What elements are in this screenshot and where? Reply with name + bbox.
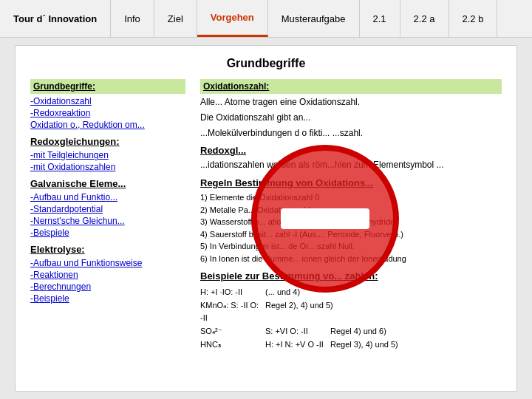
example-rule-2: Regel 2), 4) und 5) xyxy=(265,299,333,325)
link-redoxreaktion[interactable]: -Redoxreaktion xyxy=(30,108,185,118)
redoxgleichungen-header: Redoxgleichungen: xyxy=(30,136,185,147)
link-aufbau-galvanisch[interactable]: -Aufbau und Funktio... xyxy=(30,192,185,202)
link-oxidationszahl[interactable]: -Oxidationszahl xyxy=(30,96,185,106)
rule-3: 3) Wasserstoff b... ationszahl +1 (Aus..… xyxy=(200,216,502,228)
nav-label-ziel: Ziel xyxy=(168,13,183,24)
galvanische-header: Galvanische Eleme... xyxy=(30,178,185,189)
link-standardpotential[interactable]: -Standardpotential xyxy=(30,204,185,214)
rules-list: 1) Elemente die Oxidationszahl 0 2) Meta… xyxy=(200,191,502,265)
example-ox-4: H: +I N: +V O -II xyxy=(265,338,324,352)
nav-label-info: Info xyxy=(124,13,140,24)
example-mol-2: KMnO₄: S: -II O: -II xyxy=(200,299,259,325)
nav-item-2-2b[interactable]: 2.2 b xyxy=(449,0,498,37)
rule-5: 5) In Verbindungen ist... de Or... szahl… xyxy=(200,240,502,253)
example-rule-4: Regel 3), 4) und 5) xyxy=(330,338,398,352)
nav-item-2-1[interactable]: 2.1 xyxy=(360,0,400,37)
nav-label-musteraufgabe: Musteraufgabe xyxy=(282,13,346,24)
nav-label-2-1: 2.1 xyxy=(373,13,386,24)
nav-label-2-2a: 2.2 a xyxy=(414,13,435,24)
link-mit-oxidationszahlen[interactable]: -mit Oxidationszahlen xyxy=(30,162,185,172)
left-section-header: Grundbegriffe: xyxy=(30,79,185,94)
right-text-1: Alle... Atome tragen eine Oxidationszahl… xyxy=(200,96,502,109)
rule-4: 4) Sauerstoff besit... zahl -I (Aus...: … xyxy=(200,228,502,241)
nav-label-vorgehen: Vorgehen xyxy=(211,12,254,23)
rule-2: 2) Metalle Pa... Oxidationszahlen xyxy=(200,204,502,216)
example-row-1: H: +I ·IO: -II (... und 4) xyxy=(200,286,502,299)
example-ox-3: S: +VI O: -II xyxy=(265,325,324,338)
rule-6: 6) In Ionen ist die Summe... ionen gleic… xyxy=(200,253,502,265)
rule-1: 1) Elemente die Oxidationszahl 0 xyxy=(200,191,502,204)
rules-header: Regeln Bestimmung von Oxidations... xyxy=(200,177,502,188)
right-section-header: Oxidationszahl: xyxy=(200,79,502,94)
nav-item-vorgehen[interactable]: Vorgehen xyxy=(197,0,268,37)
example-row-2: KMnO₄: S: -II O: -II Regel 2), 4) und 5) xyxy=(200,299,502,325)
nav-label-2-2b: 2.2 b xyxy=(463,13,484,24)
example-rule-1: (... und 4) xyxy=(265,286,300,299)
link-oxidation[interactable]: Oxidation o., Reduktion om... xyxy=(30,120,185,130)
example-mol-4: HNC₃ xyxy=(200,338,259,352)
right-text-3: ...Molekülverbindungen d o fikti... ...s… xyxy=(200,127,502,140)
redox-gleichungen-right-header: Redoxgl... xyxy=(200,145,502,156)
nav-item-musteraufgabe[interactable]: Musteraufgabe xyxy=(268,0,360,37)
example-mol-3: SO₄²⁻ xyxy=(200,325,259,338)
example-mol-1: H: +I ·IO: -II xyxy=(200,286,259,299)
example-row-4: HNC₃ H: +I N: +V O -II Regel 3), 4) und … xyxy=(200,338,502,352)
nav-label-tour: Tour d´ Innovation xyxy=(13,13,97,24)
link-mit-teilgleichungen[interactable]: -mit Teilgleichungen xyxy=(30,150,185,160)
content-title: Grundbegriffe xyxy=(30,57,502,70)
examples-table: H: +I ·IO: -II (... und 4) KMnO₄: S: -II… xyxy=(200,286,502,351)
link-beispiele-galvanisch[interactable]: -Beispiele xyxy=(30,228,185,238)
link-nernst[interactable]: -Nernst'sche Gleichun... xyxy=(30,216,185,226)
right-column: Oxidationszahl: Alle... Atome tragen ein… xyxy=(200,79,502,351)
main-content: Grundbegriffe Grundbegriffe: -Oxidations… xyxy=(0,38,532,399)
nav-item-tour[interactable]: Tour d´ Innovation xyxy=(0,0,111,37)
link-reaktionen[interactable]: -Reaktionen xyxy=(30,270,185,280)
link-aufbau-elektrolyse[interactable]: -Aufbau und Funktionsweise xyxy=(30,258,185,268)
left-column: Grundbegriffe: -Oxidationszahl -Redoxrea… xyxy=(30,79,185,351)
content-box: Grundbegriffe Grundbegriffe: -Oxidations… xyxy=(15,45,517,392)
link-berechnungen[interactable]: -Berechnungen xyxy=(30,282,185,292)
right-text-2: Die Oxidationszahl gibt an... xyxy=(200,112,502,124)
two-column-layout: Grundbegriffe: -Oxidationszahl -Redoxrea… xyxy=(30,79,502,351)
elektrolyse-header: Elektrolyse: xyxy=(30,244,185,255)
nav-item-ziel[interactable]: Ziel xyxy=(154,0,197,37)
examples-header: Beispiele zur Bestimmung vo... zahlen: xyxy=(200,270,502,282)
example-rule-3: Regel 4) und 6) xyxy=(330,325,386,338)
redox-text: ...idationszahlen werden als röm...hlen … xyxy=(200,159,502,171)
nav-item-2-2a[interactable]: 2.2 a xyxy=(400,0,449,37)
top-navigation: Tour d´ Innovation Info Ziel Vorgehen Mu… xyxy=(0,0,532,38)
nav-item-info[interactable]: Info xyxy=(111,0,154,37)
link-beispiele-elektrolyse[interactable]: -Beispiele xyxy=(30,293,185,304)
example-row-3: SO₄²⁻ S: +VI O: -II Regel 4) und 6) xyxy=(200,325,502,338)
